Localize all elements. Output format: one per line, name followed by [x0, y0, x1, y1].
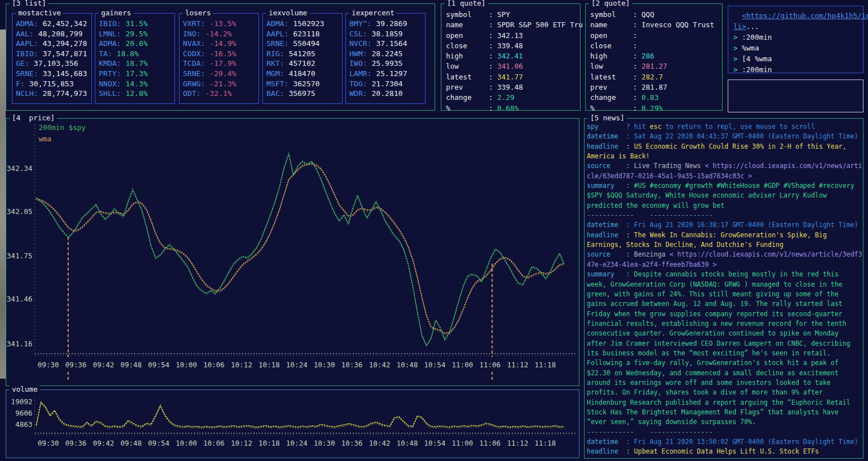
list-row-value: 37.1564	[376, 39, 407, 48]
quote-field-label: close :	[590, 41, 641, 50]
news-segment: : Fri Aug 21 2020 13:50:02 GMT-0400 (Eas…	[626, 438, 858, 446]
quote-field-label: close :	[446, 41, 497, 50]
list-row-value: 21.7304	[372, 79, 403, 88]
price-x-tick: 10:06	[203, 361, 225, 369]
quote-field-label: latest :	[590, 73, 641, 81]
quote-field-label: open :	[590, 31, 641, 40]
list-box-title: iexvolume	[266, 9, 310, 17]
list-row-value: -16.5%	[210, 49, 236, 58]
news-segment: datetime	[587, 221, 626, 229]
news-segment: esc	[650, 123, 662, 131]
repl-input-box[interactable]	[728, 79, 863, 112]
github-link-wrap[interactable]: li>	[733, 22, 746, 31]
news-segment: green, with gains of 24%. This still mea…	[587, 290, 838, 298]
list-row-value: 43,294,278	[43, 39, 87, 48]
legend-wma-series: wma	[39, 135, 52, 143]
quote-field-label: high :	[590, 52, 641, 60]
quote-field-value: SPY	[497, 10, 510, 19]
news-segment: Earnings, Stocks In Decline, And Dutchie…	[587, 241, 783, 249]
price-x-tick: 10:42	[369, 361, 390, 369]
quote-field-value: 0.29%	[641, 104, 663, 112]
news-panel[interactable]: [5 news] spy ? hit esc to return to repl…	[584, 118, 863, 459]
volume-chart-title: volume	[10, 385, 40, 393]
list-row-symbol: NVAX:	[183, 39, 210, 48]
volume-x-tick: 10:42	[369, 439, 390, 447]
list-row-symbol: SRNE:	[266, 39, 293, 48]
list-row-symbol: ADMA:	[99, 39, 126, 48]
price-x-tick: 10:12	[231, 361, 252, 369]
list-row-symbol: VXRT:	[183, 19, 210, 28]
list-row-symbol: F:	[16, 79, 29, 88]
news-line: after Jim Cramer interviewed CEO Darren …	[587, 339, 862, 349]
price-chart-panel: [4 price] 342.34342.05341.75341.46341.16…	[6, 118, 579, 386]
news-segment: to return to repl, use mouse to scroll	[662, 123, 815, 131]
list-box-losers: losersVXRT: -13.5%INO: -14.2%NVAX: -14.9…	[179, 13, 259, 104]
news-line: America is Back!	[587, 152, 862, 161]
list-row-symbol: AAPL:	[266, 30, 293, 38]
list-row: MSFT: 362570	[263, 79, 342, 89]
list-row: WDR: 20.2810	[346, 89, 425, 99]
news-segment: financial results, establishing a new re…	[587, 320, 846, 328]
news-segment: spy	[587, 123, 626, 131]
quote-field-label: open :	[446, 31, 497, 40]
volume-x-tick: 09:48	[120, 439, 142, 447]
list-row: ADMA: 20.6%	[95, 39, 174, 49]
repl-history-line: > :200min	[728, 64, 863, 75]
price-x-tick: 11:00	[452, 361, 473, 369]
list-row-symbol: MSFT:	[266, 79, 293, 88]
github-link[interactable]: <https://github.com/hp4k1h5/iexc	[742, 11, 868, 20]
quote-row-name: name : SPDR S&P 500 ETF Tru	[441, 20, 580, 30]
news-line: predicted the economy will grow bet	[587, 201, 862, 211]
list-row: RIG: 541205	[263, 49, 342, 59]
prompt-icon: >	[733, 33, 742, 41]
list-row-symbol: SRNE:	[183, 69, 210, 78]
quote-field-value: 2.29	[497, 93, 514, 102]
list-row-value: 457102	[289, 59, 315, 68]
quote-row-%: % : 0.29%	[586, 103, 722, 114]
quote-field-value: 0.83	[641, 93, 658, 102]
volume-x-tick: 11:06	[479, 439, 501, 447]
quote-field-value: 341.06	[497, 62, 523, 70]
news-line: profits. On Friday, shares took a dive o…	[587, 388, 862, 397]
quote-row-high: high : 342.41	[441, 51, 580, 61]
news-segment: headline	[587, 447, 626, 455]
volume-y-tick: 19092	[11, 397, 32, 406]
news-line: around its earnings wore off and some in…	[587, 378, 862, 388]
news-segment: headline	[587, 231, 626, 239]
news-line: week, GrowGeneration Corp (NASDAQ: GRWG …	[587, 280, 862, 290]
prompt-icon: >	[733, 55, 742, 63]
list-row: RKT: 457102	[263, 58, 342, 69]
list-row: LAMR: 25.1297	[346, 69, 425, 79]
news-segment: : Fri Aug 21 2020 16:38:17 GMT-0400 (Eas…	[626, 221, 858, 229]
news-body[interactable]: spy ? hit esc to return to repl, use mou…	[587, 122, 862, 457]
quote-panel-spy-title: [1 quote]	[445, 0, 488, 7]
list-row-value: -32.1%	[205, 89, 232, 98]
volume-chart-panel: volume 190929606486309:3009:3609:4209:48…	[6, 389, 579, 458]
list-row-value: 20.6%	[126, 39, 148, 48]
news-segment: after Jim Cramer interviewed CEO Darren …	[587, 340, 850, 347]
volume-x-tick: 09:54	[148, 439, 170, 447]
list-row-value: 39.2869	[376, 19, 407, 28]
quote-field-label: % :	[446, 104, 497, 112]
quote-panel-qqq: [2 quote] symbol : QQQname : Invesco QQQ…	[585, 3, 723, 111]
list-row-symbol: NNOX:	[99, 79, 126, 88]
news-line: Stock Has The Brightest Management Red F…	[587, 408, 862, 417]
list-row-value: 29.5%	[126, 30, 148, 38]
quote-row-symbol: symbol : SPY	[441, 10, 580, 20]
price-x-tick: 09:30	[37, 361, 59, 369]
list-row: NVAX: -14.9%	[180, 39, 258, 49]
list-row: IBIO: 31.5%	[95, 19, 174, 29]
list-row-value: 418470	[289, 69, 315, 78]
list-row-symbol: SRNE:	[16, 69, 43, 78]
news-segment: consecutive quarter. GrowGeneration cont…	[587, 329, 838, 337]
list-box-title: losers	[183, 9, 213, 17]
news-line: Friday when the grow supplies company re…	[587, 309, 862, 319]
list-row-value: 25.1297	[376, 69, 407, 78]
news-line: headline : US Economic Growth Could Rise…	[587, 142, 862, 152]
volume-x-tick: 10:12	[231, 439, 252, 447]
quote-field-label: name :	[446, 20, 497, 29]
quote-field-label: symbol :	[446, 10, 497, 19]
quote-row-%: % : 0.68%	[441, 103, 580, 114]
list-box-iexvolume: iexvolumeADMA: 1502923AAPL: 623118SRNE: …	[262, 13, 343, 104]
repl-command: %wma	[742, 44, 759, 52]
